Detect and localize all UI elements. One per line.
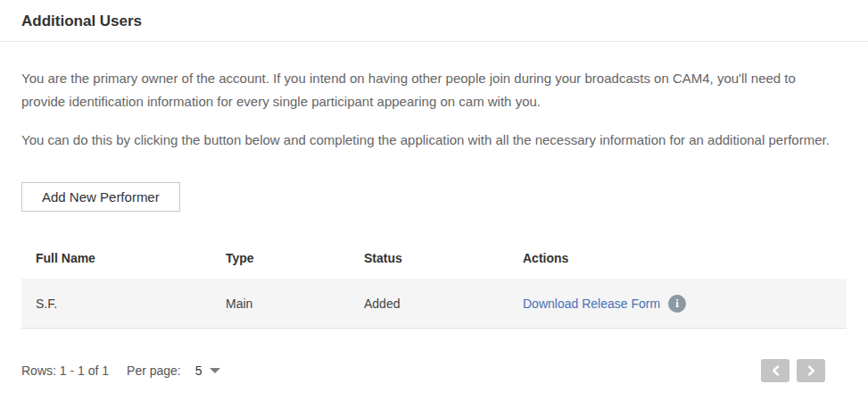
column-header-type: Type — [211, 251, 350, 265]
per-page-value: 5 — [195, 363, 203, 378]
per-page-select[interactable]: 5 — [195, 363, 220, 378]
caret-down-icon — [210, 368, 220, 373]
info-icon[interactable]: i — [668, 295, 686, 313]
per-page-label: Per page: — [127, 363, 181, 378]
cell-full-name: S.F. — [21, 297, 211, 311]
chevron-left-icon — [772, 365, 780, 376]
download-release-form-link[interactable]: Download Release Form — [523, 297, 660, 311]
rows-count-label: Rows: 1 - 1 of 1 — [21, 363, 109, 378]
pagination-info: Rows: 1 - 1 of 1 Per page: 5 — [21, 363, 220, 378]
cell-status: Added — [350, 297, 508, 311]
cell-actions: Download Release Form i — [508, 295, 847, 313]
chevron-right-icon — [807, 365, 815, 376]
add-new-performer-button[interactable]: Add New Performer — [21, 182, 180, 212]
intro-paragraph-1: You are the primary owner of the account… — [21, 67, 833, 113]
pagination-bar: Rows: 1 - 1 of 1 Per page: 5 — [21, 359, 847, 382]
column-header-full-name: Full Name — [21, 251, 211, 265]
previous-page-button[interactable] — [761, 359, 789, 382]
cell-type: Main — [211, 297, 350, 311]
column-header-status: Status — [350, 251, 508, 265]
page-content: You are the primary owner of the account… — [0, 67, 868, 382]
next-page-button[interactable] — [797, 359, 825, 382]
page-header: Additional Users — [0, 0, 868, 42]
pagination-nav — [754, 359, 825, 382]
performers-table: Full Name Type Status Actions S.F. Main … — [21, 237, 847, 329]
intro-paragraph-2: You can do this by clicking the button b… — [21, 129, 833, 152]
column-header-actions: Actions — [508, 251, 847, 265]
table-header-row: Full Name Type Status Actions — [21, 237, 847, 279]
table-row: S.F. Main Added Download Release Form i — [21, 279, 847, 329]
page-title: Additional Users — [21, 13, 847, 30]
